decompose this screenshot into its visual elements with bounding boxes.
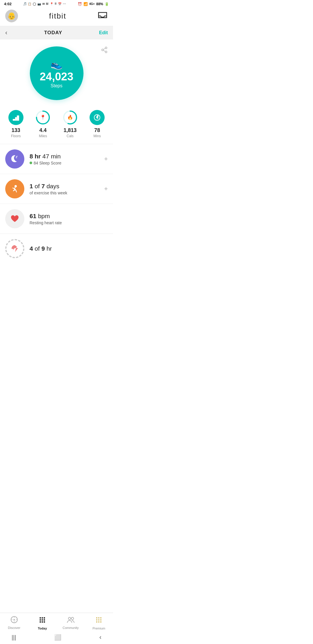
battery-icon: 🔋 bbox=[105, 2, 109, 6]
heart-rate-label: Resting heart rate bbox=[30, 220, 108, 225]
svg-line-6 bbox=[103, 48, 105, 50]
floors-value: 133 bbox=[12, 127, 20, 133]
heart-rate-card[interactable]: 61 bpm Resting heart rate bbox=[0, 204, 113, 234]
active-minutes-icon bbox=[5, 239, 24, 258]
svg-text:🔥: 🔥 bbox=[67, 115, 73, 120]
sleep-card[interactable]: z z 8 hr 47 min 84 Sleep Score + bbox=[0, 144, 113, 174]
miles-value: 4.4 bbox=[39, 127, 47, 133]
share-button[interactable] bbox=[101, 46, 108, 55]
steps-label: Steps bbox=[51, 83, 63, 88]
back-button[interactable]: ‹ bbox=[5, 29, 7, 37]
steps-shoe-icon: 👟 bbox=[50, 58, 63, 70]
battery-text: 88% bbox=[96, 2, 103, 6]
heart-rate-info: 61 bpm Resting heart rate bbox=[30, 213, 108, 225]
heart-icon bbox=[5, 209, 24, 228]
steps-circle[interactable]: 👟 24,023 Steps bbox=[30, 46, 83, 100]
cals-value: 1,813 bbox=[63, 127, 77, 133]
avatar[interactable]: 👴 bbox=[5, 10, 18, 22]
miles-stat[interactable]: 📍 4.4 Miles bbox=[35, 110, 50, 138]
status-icons: 🎵 📋 ◯ 📷 ✉ M 📍 ⠿ 📅 ··· bbox=[23, 2, 66, 6]
exercise-icon bbox=[5, 179, 24, 198]
main-content: 👟 24,023 Steps 133 Floors bbox=[0, 39, 113, 301]
exercise-info: 1 of 7 days of exercise this week bbox=[30, 183, 99, 195]
status-time: 4:02 bbox=[4, 2, 12, 6]
mins-unit: Mins bbox=[94, 134, 101, 138]
svg-point-20 bbox=[14, 185, 17, 187]
svg-rect-9 bbox=[17, 115, 19, 121]
svg-point-3 bbox=[102, 49, 103, 51]
miles-icon-ring: 📍 bbox=[35, 110, 50, 125]
status-bar: 4:02 🎵 📋 ◯ 📷 ✉ M 📍 ⠿ 📅 ··· ⏰ 📶 4G+ 88% 🔋 bbox=[0, 0, 113, 7]
steps-section: 👟 24,023 Steps bbox=[0, 39, 113, 106]
svg-point-2 bbox=[105, 47, 107, 49]
sleep-icon: z z bbox=[5, 149, 24, 169]
wifi-icon: 📶 bbox=[83, 2, 88, 6]
sleep-duration: 8 hr 47 min bbox=[30, 153, 99, 160]
nav-bar: ‹ TODAY Edit bbox=[0, 26, 113, 39]
nav-title: TODAY bbox=[44, 30, 62, 36]
sleep-info: 8 hr 47 min 84 Sleep Score bbox=[30, 153, 99, 165]
floors-stat[interactable]: 133 Floors bbox=[8, 110, 23, 138]
mins-value: 78 bbox=[94, 127, 100, 133]
edit-button[interactable]: Edit bbox=[99, 30, 108, 35]
inbox-icon[interactable] bbox=[97, 11, 108, 21]
exercise-days: 1 of 7 days bbox=[30, 183, 99, 190]
active-minutes-card[interactable]: 4 of 9 hr bbox=[0, 234, 113, 263]
app-header: 👴 fitbit bbox=[0, 7, 113, 26]
active-partial-text: 4 of 9 hr bbox=[30, 245, 52, 252]
alarm-icon: ⏰ bbox=[78, 2, 82, 6]
sleep-score: 84 Sleep Score bbox=[30, 161, 99, 165]
svg-text:📍: 📍 bbox=[40, 115, 46, 120]
floors-icon bbox=[8, 110, 23, 125]
heart-rate-value: 61 bpm bbox=[30, 213, 108, 220]
svg-line-5 bbox=[103, 50, 105, 52]
svg-rect-7 bbox=[13, 119, 15, 121]
mins-icon bbox=[90, 110, 105, 125]
stats-row: 133 Floors 📍 4.4 Miles 🔥 bbox=[0, 106, 113, 144]
sleep-add-button[interactable]: + bbox=[104, 155, 108, 163]
signal-icon: 4G+ bbox=[89, 2, 95, 6]
steps-count: 24,023 bbox=[40, 71, 73, 82]
mins-stat[interactable]: 78 Mins bbox=[90, 110, 105, 138]
cals-stat[interactable]: 🔥 1,813 Cals bbox=[63, 110, 78, 138]
cals-unit: Cals bbox=[67, 134, 74, 138]
svg-text:👴: 👴 bbox=[7, 12, 16, 20]
svg-rect-8 bbox=[15, 117, 17, 121]
svg-point-4 bbox=[105, 51, 107, 53]
miles-unit: Miles bbox=[39, 134, 47, 138]
exercise-sub: of exercise this week bbox=[30, 191, 99, 195]
status-right: ⏰ 📶 4G+ 88% 🔋 bbox=[78, 2, 109, 6]
floors-unit: Floors bbox=[11, 134, 21, 138]
exercise-card[interactable]: 1 of 7 days of exercise this week + bbox=[0, 174, 113, 204]
cals-icon-ring: 🔥 bbox=[63, 110, 78, 125]
app-title: fitbit bbox=[49, 12, 66, 21]
exercise-add-button[interactable]: + bbox=[104, 185, 108, 193]
sleep-dot bbox=[30, 162, 32, 164]
notification-icons: 🎵 📋 ◯ 📷 ✉ M 📍 ⠿ 📅 ··· bbox=[23, 2, 66, 6]
svg-text:z: z bbox=[17, 155, 18, 157]
